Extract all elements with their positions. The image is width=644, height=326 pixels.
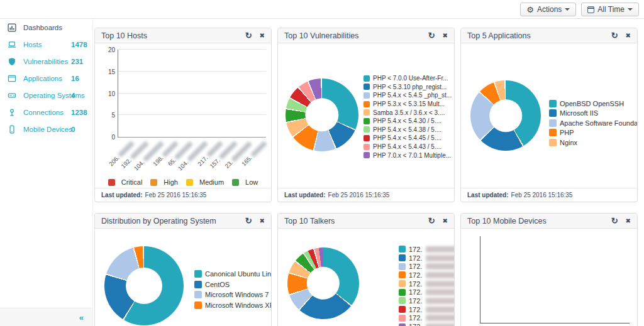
donut-chart[interactable] [470,80,541,151]
shield-icon [8,57,18,66]
legend-item[interactable]: PHP 5.4.x < 5.4.5 _php_st... [364,91,452,100]
legend-item[interactable]: Medium [186,178,224,186]
legend-item[interactable]: 172. [399,296,455,305]
close-icon[interactable]: ✖ [626,33,631,39]
legend-swatch [549,129,557,136]
legend-item[interactable]: 172. [399,262,455,271]
refresh-icon[interactable]: ↻ [245,217,252,225]
legend-item[interactable]: Nginx [549,138,638,148]
legend-item[interactable]: Low [232,178,258,186]
sidebar-item-connections[interactable]: Connections1238 [0,104,92,121]
legend-label: PHP 5.4.x < 5.4.43 / 5.... [373,143,441,150]
y-axis-tick: 5 [111,112,115,119]
legend-swatch [399,323,406,326]
legend-item[interactable]: 172. [399,322,455,326]
legend-item[interactable]: PHP 5.3.x < 5.3.15 Mult... [364,100,452,109]
legend-label: Microsoft Windows 7 [205,291,269,298]
all-time-button-label: All Time [597,5,625,14]
sidebar-collapse-button[interactable]: « [79,313,84,322]
legend-item[interactable]: 172. [399,271,455,280]
legend-label: Nginx [560,139,577,146]
legend-label: 172. [409,280,422,288]
legend-item[interactable]: 172. [399,305,455,314]
legend-swatch [194,302,202,309]
legend-item[interactable]: PHP < 7.0.0 Use-After-Fr... [364,74,452,83]
legend-item[interactable]: 172. [399,314,455,323]
close-icon[interactable]: ✖ [443,33,448,39]
legend-label: 172. [409,263,422,270]
close-icon[interactable]: ✖ [443,218,448,224]
legend-item[interactable]: PHP 5.4.x < 5.4.38 / 5.... [364,126,452,134]
sidebar-item-label: Operating Systems [23,92,85,99]
close-icon[interactable]: ✖ [260,218,265,224]
legend-item[interactable]: PHP 5.4.x < 5.4.30 / 5.... [364,117,452,126]
blurred-label-blob [426,281,455,287]
donut-chart[interactable] [286,79,358,151]
legend-item[interactable]: Canonical Ubuntu Linux [194,269,272,280]
refresh-icon[interactable]: ↻ [611,217,618,225]
legend-item[interactable]: Apache Software Founda... [549,118,638,128]
legend-item[interactable]: 172. [399,288,455,296]
vulnerabilities-donut-chart[interactable]: PHP < 7.0.0 Use-After-Fr...PHP < 5.3.10 … [278,43,454,188]
sidebar-item-dashboards[interactable]: Dashboards [0,19,92,36]
last-updated-value: Feb 25 2016 15:16:35 [511,192,573,198]
legend-item[interactable]: PHP [549,128,638,138]
panel-title: Distribution by Operating System [101,217,216,225]
donut-legend: Canonical Ubuntu LinuxCentOSMicrosoft Wi… [194,269,272,310]
donut-chart[interactable] [104,246,184,325]
legend-swatch [399,280,406,287]
refresh-icon[interactable]: ↻ [428,31,435,40]
sidebar-item-vulnerabilities[interactable]: Vulnerabilities231 [0,53,92,70]
legend-item[interactable]: Microsoft IIS [549,109,638,119]
actions-button[interactable]: ⚙ Actions [520,3,576,16]
legend-item[interactable]: High [150,178,178,186]
blurred-label-blob [426,272,455,278]
legend-item[interactable]: PHP 5.4.x < 5.4.45 / 5.... [364,134,452,143]
panel-title: Top 10 Talkers [284,217,335,225]
applications-donut-chart[interactable]: OpenBSD OpenSSHMicrosoft IISApache Softw… [461,43,637,188]
legend-label: 172. [409,314,422,322]
legend-item[interactable]: PHP 7.0.x < 7.0.1 Multiple... [364,151,452,160]
legend-item[interactable]: Samba 3.5.x / 3.6.x < 3.... [364,108,452,117]
sidebar: DashboardsHosts1478Vulnerabilities231App… [0,19,93,326]
legend-label: Microsoft IIS [560,109,598,117]
mobile-icon [8,125,18,134]
operating-system-donut-chart[interactable]: Canonical Ubuntu LinuxCentOSMicrosoft Wi… [95,229,271,326]
legend-item[interactable]: Microsoft Windows 7 [194,290,272,300]
sidebar-item-applications[interactable]: Applications16 [0,70,92,87]
donut-chart[interactable] [287,247,359,319]
panel-title: Top 10 Hosts [101,31,147,40]
legend-item[interactable]: Microsoft Windows XP [194,300,272,311]
legend-item[interactable]: OpenBSD OpenSSH [549,99,638,109]
legend-item[interactable]: 172. [399,254,455,263]
hosts-bar-chart[interactable]: 05101520206.192.104.198.65.104.217.157.2… [95,43,271,188]
refresh-icon[interactable]: ↻ [245,31,252,40]
legend-label: PHP [560,129,574,136]
legend-item[interactable]: Critical [108,178,143,186]
close-icon[interactable]: ✖ [260,33,265,39]
legend-item[interactable]: PHP 5.4.x < 5.4.43 / 5.... [364,143,452,151]
blurred-label-blob [250,141,267,158]
y-axis-tick: 20 [108,46,115,53]
legend-item[interactable]: PHP < 5.3.10 php_regist... [364,83,452,92]
legend-swatch [364,126,370,133]
legend-label: 172. [409,323,422,326]
sidebar-item-mobile-devices[interactable]: Mobile Devices0 [0,121,92,138]
legend-swatch [150,179,157,186]
legend-item[interactable]: 172. [399,280,455,288]
all-time-button[interactable]: All Time [581,3,639,16]
sidebar-item-operating-systems[interactable]: Operating Systems4 [0,87,92,104]
legend-item[interactable]: CentOS [194,280,272,290]
legend-swatch [194,291,202,298]
refresh-icon[interactable]: ↻ [428,217,435,225]
hard-drive-icon [8,91,18,100]
close-icon[interactable]: ✖ [626,218,631,224]
bar-groups [118,50,266,137]
sidebar-item-hosts[interactable]: Hosts1478 [0,36,92,53]
refresh-icon[interactable]: ↻ [611,31,618,40]
sidebar-item-count: 16 [71,75,79,82]
donut-hole [126,268,162,304]
talkers-donut-chart[interactable]: 172.172.172.172.172.172.172.172.172.172. [278,229,454,326]
legend-item[interactable]: 172. [399,245,455,254]
legend-swatch [364,109,370,116]
